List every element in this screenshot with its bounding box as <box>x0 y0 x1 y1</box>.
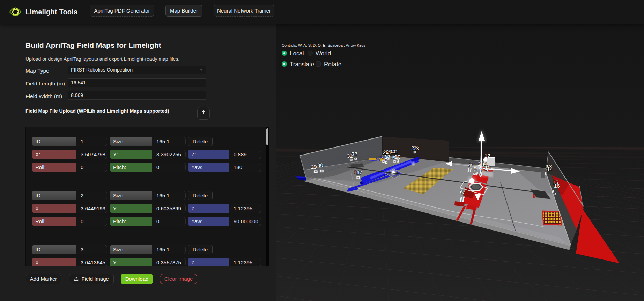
svg-text:10: 10 <box>485 165 491 171</box>
svg-text:2: 2 <box>478 161 481 167</box>
svg-text:14: 14 <box>547 166 553 172</box>
svg-text:30: 30 <box>317 163 323 168</box>
svg-text:16: 16 <box>554 183 560 189</box>
svg-text:20: 20 <box>395 154 401 160</box>
svg-text:12: 12 <box>484 153 490 159</box>
svg-text:5: 5 <box>474 166 476 172</box>
svg-text:17: 17 <box>356 170 362 176</box>
svg-text:29: 29 <box>311 164 317 170</box>
svg-text:32: 32 <box>351 151 357 157</box>
svg-text:8: 8 <box>480 167 483 173</box>
svg-text:18: 18 <box>384 154 390 160</box>
svg-text:7: 7 <box>462 190 465 196</box>
svg-text:23: 23 <box>413 146 419 152</box>
svg-text:4: 4 <box>468 163 471 168</box>
